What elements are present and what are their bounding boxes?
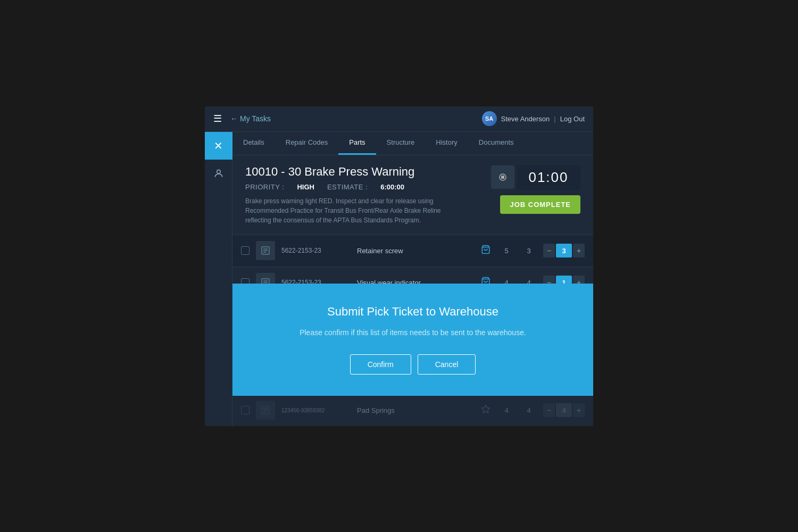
sidebar: ✕	[205, 132, 232, 426]
col1-value: 4	[498, 406, 514, 414]
job-complete-button[interactable]: JOB COMPLETE	[500, 195, 580, 214]
tab-documents[interactable]: Documents	[468, 132, 525, 155]
row-thumbnail	[256, 401, 275, 420]
job-header-right: 01:00 JOB COMPLETE	[491, 165, 580, 225]
timer-display: 01:00	[517, 165, 580, 190]
pipe-separator: |	[554, 115, 555, 123]
job-title: 10010 - 30 Brake Press Warning	[245, 165, 480, 179]
col1-value: 5	[498, 247, 514, 255]
dialog-overlay: Submit Pick Ticket to Warehouse Please c…	[232, 284, 593, 396]
qty-control: − 3 +	[543, 244, 585, 257]
tab-repair-codes[interactable]: Repair Codes	[275, 132, 339, 155]
priority-value: HIGH	[297, 183, 314, 191]
tab-details[interactable]: Details	[232, 132, 275, 155]
svg-point-0	[217, 170, 220, 173]
tab-history[interactable]: History	[425, 132, 468, 155]
qty-plus[interactable]: +	[573, 244, 585, 257]
dialog-title: Submit Pick Ticket to Warehouse	[327, 305, 498, 319]
job-header: 10010 - 30 Brake Press Warning PRIORITY …	[232, 155, 593, 235]
back-label: My Tasks	[240, 114, 271, 123]
content-area: Details Repair Codes Parts Structure His…	[232, 132, 593, 426]
qty-minus[interactable]: −	[543, 403, 555, 417]
table-row: 5622-2153-23 Retainer screw 5 3 − 3 +	[232, 235, 593, 267]
part-number: 123456-93859382	[281, 408, 351, 413]
estimate-value: 6:00:00	[380, 183, 404, 191]
qty-minus[interactable]: −	[543, 244, 555, 257]
row-checkbox[interactable]	[241, 406, 250, 414]
top-bar-right: SA Steve Anderson | Log Out	[482, 111, 585, 126]
row-thumbnail	[256, 241, 275, 260]
back-link[interactable]: ← My Tasks	[230, 114, 271, 123]
job-header-left: 10010 - 30 Brake Press Warning PRIORITY …	[245, 165, 480, 225]
estimate-label: ESTIMATE :	[327, 183, 368, 191]
qty-control: − 4 +	[543, 403, 585, 417]
table-row: 123456-93859382 Pad Springs 4 4 − 4 +	[232, 394, 593, 426]
dialog-body: Please confirm if this list of items nee…	[300, 327, 526, 338]
parts-and-overlay: Submit Pick Ticket to Warehouse Please c…	[232, 235, 593, 426]
part-description: Retainer screw	[357, 247, 473, 255]
cart-icon	[479, 245, 492, 256]
top-bar: ☰ ← My Tasks SA Steve Anderson | Log Out	[205, 106, 593, 132]
priority-label: PRIORITY :	[245, 183, 284, 191]
job-description: Brake press warning light RED. Inspect a…	[245, 196, 447, 225]
tab-parts[interactable]: Parts	[338, 132, 376, 155]
sidebar-item-tools[interactable]: ✕	[205, 132, 232, 160]
qty-plus[interactable]: +	[573, 403, 585, 417]
confirm-button[interactable]: Confirm	[350, 354, 411, 375]
col2-value: 3	[521, 247, 537, 255]
svg-marker-35	[482, 405, 490, 413]
cart-icon	[479, 404, 492, 416]
back-arrow: ←	[230, 114, 238, 123]
row-checkbox[interactable]	[241, 246, 250, 255]
main-layout: ✕ Details Repair Codes Parts Structure H…	[205, 132, 593, 426]
sidebar-item-user[interactable]	[205, 160, 232, 187]
qty-display: 3	[556, 244, 572, 257]
hamburger-icon[interactable]: ☰	[213, 113, 222, 124]
logout-button[interactable]: Log Out	[560, 115, 585, 123]
tab-bar: Details Repair Codes Parts Structure His…	[232, 132, 593, 155]
svg-rect-2	[501, 176, 504, 179]
timer-area: 01:00	[491, 165, 580, 190]
tab-structure[interactable]: Structure	[376, 132, 426, 155]
qty-display: 4	[556, 403, 572, 417]
job-meta: PRIORITY : HIGH ESTIMATE : 6:00:00	[245, 183, 480, 191]
stop-button[interactable]	[491, 165, 514, 189]
dialog-buttons: Confirm Cancel	[350, 354, 476, 375]
avatar: SA	[482, 111, 497, 126]
part-description: Pad Springs	[357, 406, 473, 414]
app-container: ☰ ← My Tasks SA Steve Anderson | Log Out…	[205, 106, 593, 426]
col2-value: 4	[521, 406, 537, 414]
cancel-button[interactable]: Cancel	[418, 354, 476, 375]
user-name: Steve Anderson	[501, 115, 550, 123]
part-number: 5622-2153-23	[281, 247, 351, 254]
